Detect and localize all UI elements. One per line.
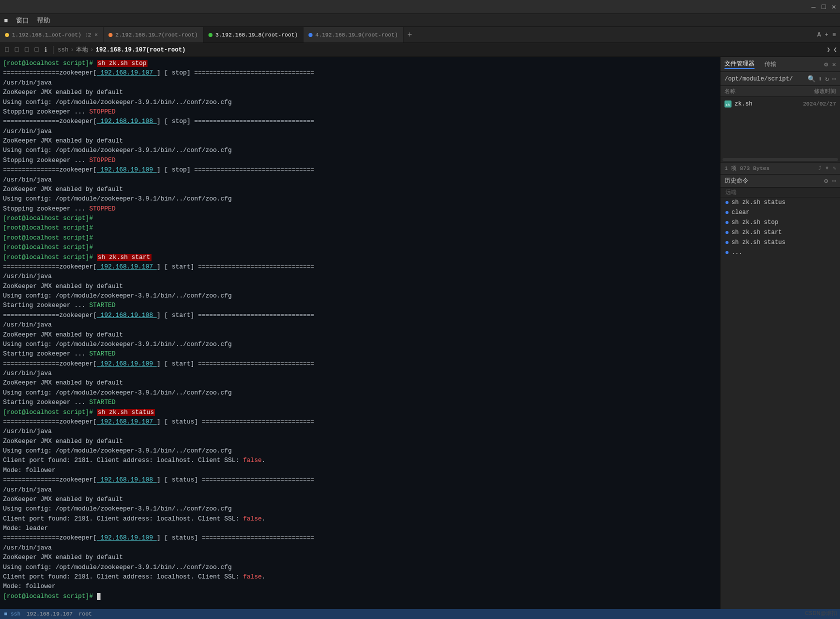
tab-transfer[interactable]: 传输 (764, 60, 776, 68)
tab-2[interactable]: 2.192.168.19_7(root-root) (104, 27, 204, 42)
file-name-zksh: zk.sh (734, 100, 788, 108)
title-bar-controls: — □ ✕ (812, 4, 836, 10)
terminal-line: Stopping zookeeper ... STOPPED (3, 156, 717, 166)
history-item-3[interactable]: sh zk.sh start (720, 228, 840, 238)
toolbar-btn-4[interactable]: □ (32, 45, 40, 54)
terminal-line: Using config: /opt/module/zookeeper-3.9.… (3, 504, 717, 514)
tab-1[interactable]: 1.192.168.1_oot-root) :2 × (0, 27, 104, 42)
history-item-4[interactable]: sh zk.sh status (720, 238, 840, 248)
terminal-line: Using config: /opt/module/zookeeper-3.9.… (3, 388, 717, 398)
toolbar-btn-info[interactable]: ℹ (42, 45, 49, 55)
right-panel: 文件管理器 传输 ⚙ ✕ /opt/module/script/ 🔍 ⬆ ↻ ⋯… (720, 57, 840, 609)
tab-options-icon[interactable]: ≡ (832, 32, 836, 38)
file-edit-icon[interactable]: ✎ (832, 165, 836, 172)
menu-app-icon[interactable]: ■ (4, 16, 8, 24)
terminal-line: ===============zookeeper[ 192.168.19.109… (3, 534, 717, 543)
history-cmd-3: sh zk.sh start (732, 229, 782, 236)
fm-refresh-icon[interactable]: ↻ (825, 75, 829, 83)
tab-3[interactable]: 3.192.168.19_8(root-root) (204, 27, 304, 42)
terminal-line: ZooKeeper JMX enabled by default (3, 495, 717, 504)
terminal-line: /usr/bin/java (3, 427, 717, 436)
terminal-line: ===============zookeeper[ 192.168.19.108… (3, 476, 717, 485)
terminal-line: /usr/bin/java (3, 78, 717, 88)
menu-window[interactable]: 窗口 (16, 16, 29, 25)
file-info-icons: ⤴ ♦ ✎ (818, 165, 836, 172)
toolbar-btn-2[interactable]: □ (13, 45, 21, 54)
tab-label-2: 2.192.168.19_7(root-root) (116, 32, 198, 38)
terminal[interactable]: [root@localhost script]# sh zk.sh stop==… (0, 57, 720, 609)
tab-label-1: 1.192.168.1_oot-root) :2 × (12, 32, 98, 38)
terminal-line: ===============zookeeper[ 192.168.19.107… (3, 68, 717, 78)
fm-more-icon[interactable]: ⋯ (832, 75, 836, 83)
file-item-zksh[interactable]: sh zk.sh 2024/02/27 (720, 99, 840, 109)
fm-scrollbar[interactable] (722, 158, 838, 161)
terminal-line: ZooKeeper JMX enabled by default (3, 437, 717, 446)
file-info-bar: 1 项 873 Bytes ⤴ ♦ ✎ (720, 162, 840, 174)
fm-search-icon[interactable]: 🔍 (808, 75, 816, 83)
tab-dot-2 (108, 33, 112, 37)
tab-bar: 1.192.168.1_oot-root) :2 × 2.192.168.19_… (0, 27, 840, 43)
toolbar-btn-1[interactable]: □ (3, 45, 11, 54)
terminal-line: Using config: /opt/module/zookeeper-3.9.… (3, 563, 717, 572)
terminal-line: ZooKeeper JMX enabled by default (3, 88, 717, 98)
tab-dot-4 (308, 33, 312, 37)
terminal-line: Stopping zookeeper ... STOPPED (3, 108, 717, 117)
history-item-5[interactable]: ... (720, 248, 840, 258)
terminal-line: [root@localhost script]# (3, 243, 717, 252)
terminal-line: /usr/bin/java (3, 369, 717, 378)
main-content: [root@localhost script]# sh zk.sh stop==… (0, 57, 840, 609)
file-list: sh zk.sh 2024/02/27 (720, 97, 840, 157)
ssh-label: ssh (58, 46, 68, 54)
toolbar-prev-icon[interactable]: ❮ (834, 46, 837, 54)
history-header: 历史命令 ⚙ ⋯ (720, 174, 840, 188)
terminal-line: Using config: /opt/module/zookeeper-3.9.… (3, 194, 717, 204)
toolbar-next-icon[interactable]: ❯ (827, 46, 830, 54)
terminal-line: Starting zookeeper ... STARTED (3, 350, 717, 359)
terminal-line: [root@localhost script]# sh zk.sh stop (3, 59, 717, 68)
history-section-label: 远端 (720, 188, 840, 198)
add-tab-button[interactable]: + (404, 27, 416, 42)
history-dot-4 (726, 241, 728, 244)
history-item-0[interactable]: sh zk.sh status (720, 198, 840, 208)
menu-help[interactable]: 帮助 (37, 16, 50, 25)
history-item-1[interactable]: clear (720, 208, 840, 218)
tab-4[interactable]: 4.192.168.19_9(root-root) (304, 27, 404, 42)
minimize-button[interactable]: — (812, 4, 816, 10)
terminal-line: Stopping zookeeper ... STOPPED (3, 204, 717, 214)
panel-close-icon[interactable]: ✕ (832, 60, 836, 68)
right-panel-header: 文件管理器 传输 ⚙ ✕ (720, 57, 840, 72)
terminal-line: /usr/bin/java (3, 320, 717, 330)
tab-label-4: 4.192.168.19_9(root-root) (316, 32, 398, 38)
toolbar-btn-3[interactable]: □ (23, 45, 31, 54)
file-upload-icon[interactable]: ⤴ (818, 165, 822, 172)
terminal-line: ===============zookeeper[ 192.168.19.107… (3, 418, 717, 427)
tab-file-manager[interactable]: 文件管理器 (724, 60, 754, 69)
history-header-icons: ⚙ ⋯ (824, 177, 836, 185)
menu-bar: ■ 窗口 帮助 (0, 14, 840, 27)
panel-header-icons: ⚙ ✕ (824, 60, 836, 68)
toolbar-right: ❯ ❮ (827, 46, 837, 54)
maximize-button[interactable]: □ (822, 4, 826, 10)
path-local[interactable]: 本地 (76, 46, 88, 54)
history-cmd-0: sh zk.sh status (732, 199, 786, 206)
path-sep-1: › (70, 46, 74, 54)
terminal-line: [root@localhost script]# (3, 224, 717, 233)
history-more-icon[interactable]: ⋯ (832, 177, 836, 185)
panel-settings-icon[interactable]: ⚙ (824, 60, 828, 68)
history-item-2[interactable]: sh zk.sh stop (720, 218, 840, 228)
history-dot-3 (726, 231, 728, 234)
terminal-line: ===============zookeeper[ 192.168.19.108… (3, 311, 717, 320)
status-ip: 192.168.19.107 (26, 611, 72, 617)
svg-text:sh: sh (726, 103, 730, 107)
terminal-line: [root@localhost script]# sh zk.sh status (3, 408, 717, 418)
path-sep-2: › (90, 46, 94, 54)
history-settings-icon[interactable]: ⚙ (824, 177, 828, 185)
file-location-icon[interactable]: ♦ (826, 165, 829, 172)
history-section: 历史命令 ⚙ ⋯ 远端 sh zk.sh status clear sh zk.… (720, 174, 840, 258)
terminal-line: Using config: /opt/module/zookeeper-3.9.… (3, 146, 717, 156)
fm-up-icon[interactable]: ⬆ (818, 75, 822, 83)
tab-menu-icon[interactable]: A (817, 32, 820, 38)
terminal-line: Mode: follower (3, 582, 717, 592)
close-button[interactable]: ✕ (832, 4, 836, 10)
terminal-line: [root@localhost script]# (3, 234, 717, 243)
